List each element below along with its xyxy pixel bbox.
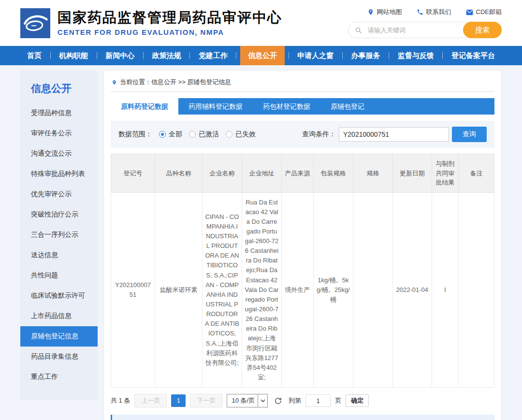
main-nav: 首页 机构职能 新闻中心 政策法规 党建工作 信息公开 申请人之窗 办事服务 监… [0,46,522,65]
header-right: 网站地图 联系我们 CDE邮箱 搜索 [348,8,502,38]
site-title: 国家药品监督管理局药品审评中心 [58,10,282,26]
cde-logo[interactable] [20,8,50,38]
content-area: 信息公开 受理品种信息 审评任务公示 沟通交流公示 特殊审批品种列表 优先审评公… [0,65,522,420]
sidebar-item-three-in-one[interactable]: 三合一序列公示 [20,225,98,245]
radio-activated[interactable]: 已激活 [189,130,219,139]
query-button[interactable]: 查询 [452,127,487,142]
col-company-address: 企业地址 [242,154,282,193]
nav-item-applicant-window[interactable]: 申请人之窗 [292,46,338,65]
radio-all[interactable]: 全部 [159,130,182,139]
brand: 国家药品监督管理局药品审评中心 CENTER FOR DRUG EVALUATI… [20,8,282,38]
search-icon [355,27,362,34]
contact-label: 联系我们 [426,8,451,16]
mailbox-label: CDE邮箱 [476,8,502,16]
cell-joint-approval-result: I [432,192,459,388]
location-pin-icon [367,9,374,15]
nav-item-services[interactable]: 办事服务 [347,46,385,65]
query-condition-label: 查询条件： [302,130,336,139]
sidebar-item-priority-review[interactable]: 优先审评公示 [20,184,98,204]
tab-packaging-registration[interactable]: 药包材登记数据 [253,98,320,115]
phone-icon [417,9,423,15]
query-condition-input[interactable] [339,127,449,142]
page-unit-label: 页 [335,396,341,405]
next-page-button[interactable]: 下一页 [190,394,222,407]
sidebar-item-raw-material-registration[interactable]: 原辅包登记信息 [20,326,98,347]
cell-company-address: Rua Da Estacao 42 Vala Do Carregado Port… [242,192,282,388]
chevron-down-icon [258,394,267,407]
tab-excipient-registration[interactable]: 药用辅料登记数据 [178,98,253,115]
cell-registration-number: Y20210000751 [111,192,155,388]
scope-label: 数据范围： [118,130,152,139]
col-packaging-spec: 包装规格 [313,154,353,193]
nav-separator [50,52,51,59]
search-button[interactable]: 搜索 [463,22,502,38]
col-remark: 备注 [459,154,494,193]
sitemap-label: 网站地图 [377,8,402,16]
nav-separator [442,52,443,59]
prev-page-button[interactable]: 上一页 [134,394,167,407]
brand-text: 国家药品监督管理局药品审评中心 CENTER FOR DRUG EVALUATI… [58,10,282,36]
confirm-button[interactable]: 确定 [346,394,369,407]
goto-page-input[interactable] [305,394,331,407]
pagination: 共 1 条 上一页 1 下一页 10 条/页 到第 页 确定 [111,394,494,407]
sidebar-item-delivery-info[interactable]: 送达信息 [20,245,98,265]
sidebar-item-accepted-varieties[interactable]: 受理品种信息 [20,103,98,123]
radio-activated-label: 已激活 [199,130,219,139]
nav-item-info-disclosure[interactable]: 信息公开 [240,46,285,65]
nav-separator [97,52,97,59]
tab-bar: 原料药登记数据 药用辅料登记数据 药包材登记数据 原辅包登记 [111,98,494,115]
sidebar-item-key-work[interactable]: 重点工作 [20,367,98,387]
sidebar-item-special-approval[interactable]: 特殊审批品种列表 [20,164,98,184]
col-company-name: 企业名称 [202,154,242,193]
nav-item-registration-platform[interactable]: 登记备案平台 [447,46,500,65]
nav-item-functions[interactable]: 机构职能 [54,46,93,65]
page: 国家药品监督管理局药品审评中心 CENTER FOR DRUG EVALUATI… [0,0,522,420]
sitemap-link[interactable]: 网站地图 [367,8,402,16]
refresh-icon[interactable] [274,397,282,405]
cell-update-date: 2022-01-04 [392,192,432,388]
nav-separator [236,52,236,59]
sidebar-item-clinical-trial-permit[interactable]: 临床试验默示许可 [20,286,98,306]
nav-separator [342,52,343,59]
site-header: 国家药品监督管理局药品审评中心 CENTER FOR DRUG EVALUATI… [0,0,522,46]
cell-spec [353,192,393,388]
breadcrumb-pin-icon [112,79,117,86]
tab-api-registration[interactable]: 原料药登记数据 [111,98,178,115]
page-size-select[interactable]: 10 条/页 [227,394,268,407]
site-search: 搜索 [348,22,502,38]
sidebar-item-marketed-drugs[interactable]: 上市药品信息 [20,306,98,326]
page-number-1[interactable]: 1 [171,394,186,407]
nav-item-news[interactable]: 新闻中心 [101,46,139,65]
sidebar-item-review-tasks[interactable]: 审评任务公示 [20,123,98,144]
tab-raw-material-registration[interactable]: 原辅包登记 [320,98,375,115]
sidebar-title: 信息公开 [20,78,98,103]
radio-activated-circle-icon [189,131,196,138]
breadcrumb-text: 当前位置：信息公开 >> 原辅包登记信息 [120,78,231,87]
contact-link[interactable]: 联系我们 [417,8,451,16]
sidebar-item-breakthrough-therapy[interactable]: 突破性治疗公示 [20,204,98,225]
cell-variety-name: 盐酸米诺环素 [155,192,203,388]
table-header-row: 登记号 品种名称 企业名称 企业地址 产品来源 包装规格 规格 更新日期 与制剂… [111,154,494,193]
cell-remark [459,192,494,388]
col-registration-number: 登记号 [111,154,155,193]
site-subtitle: CENTER FOR DRUG EVALUATION, NMPA [58,28,282,36]
col-variety-name: 品种名称 [155,154,203,193]
mailbox-link[interactable]: CDE邮箱 [466,8,502,16]
table-row: Y20210000751 盐酸米诺环素 CIPAN - COMPANHIA IN… [111,192,494,388]
radio-expired[interactable]: 已失效 [226,130,256,139]
nav-item-supervision[interactable]: 监督与反馈 [393,46,439,65]
goto-label: 到第 [289,396,301,405]
sidebar: 信息公开 受理品种信息 审评任务公示 沟通交流公示 特殊审批品种列表 优先审评公… [20,70,98,400]
col-spec: 规格 [353,154,393,193]
sidebar-item-communication[interactable]: 沟通交流公示 [20,144,98,164]
sidebar-item-common-issues[interactable]: 共性问题 [20,265,98,286]
nav-item-policies[interactable]: 政策法规 [147,46,186,65]
nav-separator [189,52,190,59]
radio-expired-circle-icon [226,131,232,138]
nav-item-party[interactable]: 党建工作 [194,46,232,65]
nav-item-home[interactable]: 首页 [22,46,46,65]
mail-icon [466,9,473,15]
cell-company-name: CIPAN - COMPANHIA INDUSTRIAL PRODUTORA D… [202,192,242,388]
sidebar-item-drug-catalog[interactable]: 药品目录集信息 [20,347,98,367]
radio-all-label: 全部 [169,130,182,139]
